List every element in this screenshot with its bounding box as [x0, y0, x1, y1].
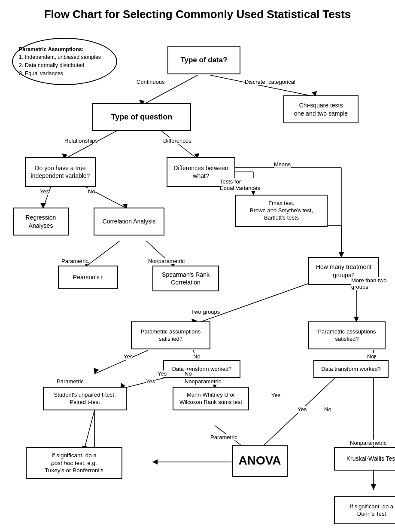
mann-whitney-label: Mann-Whitney U or Wilcoxon Rank sums tes… [179, 391, 242, 406]
spearmans-label: Spearman's Rank Correlation [162, 271, 210, 286]
type-of-question-box: Type of question [92, 103, 191, 131]
yes2-label: Yes [124, 353, 133, 360]
param-sat-two-label: Parametric assumptions satisfied? [141, 328, 201, 343]
svg-marker-46 [371, 484, 376, 490]
post-hoc-label: If significant, do apost hoc test, e.g.T… [45, 452, 103, 474]
yes4-label: Yes [271, 392, 280, 398]
parametric3-label: Parametric [57, 378, 84, 385]
more-than-two-label: More than two groups [351, 277, 386, 290]
param-2: 2. Data normally distributed [19, 62, 84, 68]
kruskal-label: Kruskal-Wallis Test [346, 455, 395, 462]
mann-whitney-box: Mann-Whitney U or Wilcoxon Rank sums tes… [173, 387, 249, 410]
svg-line-6 [159, 129, 198, 159]
dunns-label: If significant, do a Dunn's Test [350, 503, 393, 518]
data-transform-more-label: Data transform worked? [321, 366, 381, 373]
regression-box: Regression Analyses [13, 208, 69, 235]
students-t-box: Student's unpaired t-test, Paired t-test [43, 387, 127, 410]
svg-line-4 [64, 129, 120, 159]
post-hoc-box: If significant, do apost hoc test, e.g.T… [26, 447, 122, 479]
param-sat-more-label: Parametric asssuptions satisfied? [318, 328, 376, 343]
discrete-label: Discrete, categorical [245, 79, 295, 85]
students-t-label: Student's unpaired t-test, Paired t-test [54, 391, 115, 406]
svg-marker-29 [94, 368, 99, 374]
do-you-have-iv-box: Do you have a true independent variable? [25, 157, 96, 187]
yes5-label: Yes [298, 406, 307, 413]
nonparametric-label: Nonparametric [148, 258, 185, 264]
equal-variances-label: Fmax test, Brown and Smythe's test, Bart… [250, 200, 313, 222]
flowchart: Flow Chart for Selecting Commonly Used S… [0, 0, 395, 532]
dunns-box: If significant, do a Dunn's Test [334, 496, 395, 524]
differences-between-label: Differences between what? [173, 164, 228, 180]
regression-label: Regression Analyses [26, 214, 56, 229]
parametric2-label: Parametric [210, 434, 237, 440]
type-of-data-box: Type of data? [167, 46, 240, 74]
pearsons-r-label: Pearson's r [73, 273, 103, 281]
pearsons-r-box: Pearson's r [58, 266, 118, 289]
page-title: Flow Chart for Selecting Commonly Used S… [0, 0, 395, 25]
chi-square-label: Chi-square tests one and two sample [294, 101, 348, 117]
data-transform-more-box: Data transform worked? [313, 360, 389, 378]
continuous-label: Continuous [137, 79, 165, 85]
how-many-groups-label: How many treatment groups? [316, 263, 371, 278]
no3-label: No [367, 353, 374, 360]
tests-for-ev-label: Tests for Equal Variances [220, 178, 260, 191]
nonparametric2-label: Nonparametric [185, 378, 221, 385]
param-1: 1. Independent, unbiased samples [19, 54, 101, 60]
equal-variances-box: Fmax test, Brown and Smythe's test, Bart… [235, 195, 328, 227]
do-you-have-iv-label: Do you have a true independent variable? [31, 164, 90, 180]
yes1-label: Yes [40, 188, 49, 195]
type-of-question-label: Type of question [111, 112, 173, 122]
svg-line-18 [86, 241, 120, 266]
relationships-label: Relationships [64, 138, 98, 144]
no4-label: No [185, 370, 192, 377]
nonparametric3-label: Nonparametric [350, 440, 386, 446]
param-sat-two-box: Parametric assumptions satisfied? [131, 321, 210, 349]
correlation-box: Correlation Analysis [94, 208, 164, 235]
parametric-assumptions-oval: Parametric Assumptions: 1. Independent, … [12, 38, 117, 85]
svg-line-38 [258, 374, 339, 451]
anova-label: ANOVA [238, 453, 281, 468]
means-label: Means [274, 161, 291, 168]
svg-line-28 [94, 350, 148, 374]
two-groups-label: Two groups [191, 309, 220, 315]
svg-line-49 [84, 410, 94, 451]
no1-label: No [88, 188, 95, 195]
param-3: 3. Equal variances [19, 70, 63, 76]
anova-box: ANOVA [232, 445, 288, 477]
no2-label: No [193, 353, 201, 360]
yes3-label: Yes [158, 370, 167, 377]
param-title: Parametric Assumptions: [19, 46, 84, 52]
parametric-label: Parametric [61, 258, 88, 264]
data-transform-two-box: Data transform worked? [163, 360, 240, 378]
svg-marker-44 [152, 459, 158, 465]
differences-label: Differences [163, 138, 191, 144]
param-sat-more-box: Parametric asssuptions satisfied? [308, 321, 386, 349]
no5-label: No [324, 406, 331, 413]
yes6-label: Yes [146, 378, 155, 385]
type-of-data-label: Type of data? [180, 55, 227, 65]
correlation-label: Correlation Analysis [103, 217, 156, 225]
kruskal-box: Kruskal-Wallis Test [334, 447, 395, 471]
chi-square-box: Chi-square tests one and two sample [283, 95, 359, 123]
data-transform-two-label: Data transform worked? [172, 366, 232, 373]
spearmans-box: Spearman's Rank Correlation [152, 266, 219, 291]
